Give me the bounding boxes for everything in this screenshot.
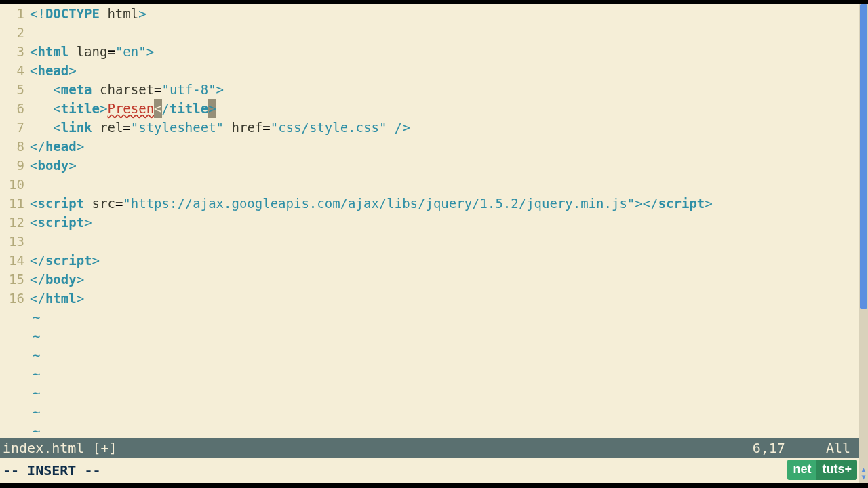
code-line[interactable]: <html lang="en"> [30, 42, 859, 61]
code-line[interactable]: <link rel="stylesheet" href="css/style.c… [30, 118, 859, 137]
code-line[interactable]: </script> [30, 251, 859, 270]
empty-line-tilde: ~ [30, 365, 859, 384]
scrollbar-arrows[interactable]: ▲▼ [859, 464, 868, 483]
code-line[interactable]: </html> [30, 289, 859, 308]
line-number: 2 [0, 23, 28, 42]
nettuts-logo: net tuts+ [787, 460, 857, 480]
code-line[interactable]: <head> [30, 61, 859, 80]
empty-line-tilde: ~ [30, 422, 859, 435]
empty-line-tilde: ~ [30, 384, 859, 403]
code-line[interactable]: </head> [30, 137, 859, 156]
mode-line: -- INSERT -- [0, 458, 859, 483]
line-number-gutter: 12345678910111213141516 [0, 4, 28, 435]
line-number: 14 [0, 251, 28, 270]
mode-indicator: -- INSERT -- [3, 462, 101, 479]
empty-line-tilde: ~ [30, 327, 859, 346]
line-number: 16 [0, 289, 28, 308]
vim-window: 12345678910111213141516 <!DOCTYPE html><… [0, 4, 868, 483]
line-number: 12 [0, 213, 28, 232]
status-bar: index.html [+] 6,17 All [0, 438, 859, 458]
code-content[interactable]: <!DOCTYPE html><html lang="en"><head> <m… [30, 4, 859, 435]
code-line[interactable]: <script> [30, 213, 859, 232]
line-number: 6 [0, 99, 28, 118]
code-line[interactable] [30, 232, 859, 251]
line-number: 5 [0, 80, 28, 99]
scrollbar-track[interactable]: ▲▼ [859, 4, 868, 483]
empty-line-tilde: ~ [30, 308, 859, 327]
editor-area[interactable]: 12345678910111213141516 <!DOCTYPE html><… [0, 4, 859, 435]
code-line[interactable] [30, 175, 859, 194]
status-scroll-indicator: All [826, 438, 850, 458]
code-line[interactable]: <!DOCTYPE html> [30, 4, 859, 23]
line-number: 3 [0, 42, 28, 61]
code-line[interactable]: <meta charset="utf-8"> [30, 80, 859, 99]
line-number: 1 [0, 4, 28, 23]
logo-right: tuts+ [816, 460, 857, 480]
code-line[interactable] [30, 23, 859, 42]
line-number: 11 [0, 194, 28, 213]
status-cursor-position: 6,17 [753, 438, 785, 458]
line-number: 8 [0, 137, 28, 156]
line-number: 9 [0, 156, 28, 175]
scrollbar-thumb[interactable] [860, 4, 867, 309]
code-line[interactable]: <title>Presen</title> [30, 99, 859, 118]
line-number: 15 [0, 270, 28, 289]
empty-line-tilde: ~ [30, 403, 859, 422]
code-line[interactable]: <body> [30, 156, 859, 175]
line-number: 13 [0, 232, 28, 251]
code-line[interactable]: </body> [30, 270, 859, 289]
line-number: 7 [0, 118, 28, 137]
status-filename: index.html [+] [3, 438, 117, 458]
line-number: 4 [0, 61, 28, 80]
line-number: 10 [0, 175, 28, 194]
logo-left: net [787, 460, 816, 480]
code-line[interactable]: <script src="https://ajax.googleapis.com… [30, 194, 859, 213]
empty-line-tilde: ~ [30, 346, 859, 365]
